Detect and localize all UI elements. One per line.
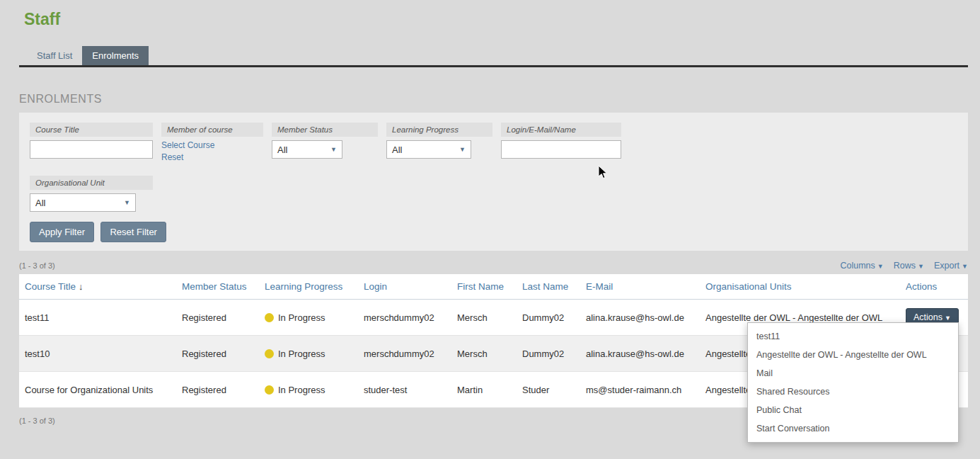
org-unit-select[interactable]: All ▼ <box>30 193 136 212</box>
member-status-label: Member Status <box>272 123 378 137</box>
filter-login: Login/E-Mail/Name <box>501 123 621 164</box>
filter-row-2: Organisational Unit All ▼ <box>30 176 957 212</box>
table-top-bar: (1 - 3 of 3) Columns▼ Rows▼ Export▼ <box>19 261 968 271</box>
cell-last-name: Studer <box>517 372 580 408</box>
course-title-label: Course Title <box>30 123 153 137</box>
cell-first-name: Mersch <box>451 300 517 336</box>
rows-menu[interactable]: Rows▼ <box>894 261 924 271</box>
filter-buttons: Apply Filter Reset Filter <box>30 222 957 242</box>
chevron-down-icon: ▼ <box>330 146 337 153</box>
apply-filter-button[interactable]: Apply Filter <box>30 222 94 242</box>
cell-first-name: Mersch <box>451 336 517 372</box>
cell-learning-progress: In Progress <box>259 300 358 336</box>
header-actions: Actions <box>900 274 968 300</box>
filter-panel: Course Title Member of course Select Cou… <box>19 113 968 251</box>
course-title-input[interactable] <box>30 140 153 159</box>
cell-email: ms@studer-raimann.ch <box>580 372 700 408</box>
learning-progress-select[interactable]: All ▼ <box>386 140 471 159</box>
chevron-down-icon: ▼ <box>962 263 968 270</box>
menu-item-course[interactable]: test11 <box>748 327 958 346</box>
filter-course-title: Course Title <box>30 123 153 164</box>
org-unit-value: All <box>35 198 45 208</box>
reset-filter-button[interactable]: Reset Filter <box>100 222 166 242</box>
learning-progress-value: All <box>392 144 402 155</box>
page-title: Staff <box>24 10 968 29</box>
header-learning-progress[interactable]: Learning Progress <box>259 274 358 300</box>
cell-course-title: test10 <box>19 336 176 372</box>
actions-dropdown-menu: test11 Angestellte der OWL - Angestellte… <box>747 322 959 443</box>
header-course-title[interactable]: Course Title↓ <box>19 274 176 300</box>
header-login[interactable]: Login <box>358 274 451 300</box>
login-input[interactable] <box>501 140 621 159</box>
select-course-link[interactable]: Select Course <box>161 140 263 150</box>
menu-item-public-chat[interactable]: Public Chat <box>748 401 958 419</box>
table-header-row: Course Title↓ Member Status Learning Pro… <box>19 274 968 300</box>
menu-item-org-unit[interactable]: Angestellte der OWL - Angestellte der OW… <box>748 346 958 364</box>
menu-item-start-conversation[interactable]: Start Conversation <box>748 419 958 438</box>
header-last-name[interactable]: Last Name <box>517 274 580 300</box>
cell-email: alina.krause@hs-owl.de <box>580 300 700 336</box>
header-member-status[interactable]: Member Status <box>176 274 259 300</box>
filter-member-status: Member Status All ▼ <box>272 123 378 164</box>
member-status-value: All <box>277 144 287 155</box>
filter-org-unit: Organisational Unit All ▼ <box>30 176 153 212</box>
menu-item-mail[interactable]: Mail <box>748 364 958 382</box>
cell-member-status: Registered <box>176 372 259 408</box>
export-menu[interactable]: Export▼ <box>934 261 968 271</box>
cell-login: studer-test <box>358 372 451 408</box>
cell-last-name: Dummy02 <box>517 300 580 336</box>
header-first-name[interactable]: First Name <box>451 274 517 300</box>
chevron-down-icon: ▼ <box>945 314 951 322</box>
in-progress-icon <box>265 349 274 358</box>
cell-first-name: Martin <box>451 372 517 408</box>
cell-member-status: Registered <box>176 300 259 336</box>
reset-course-link[interactable]: Reset <box>161 152 263 162</box>
filter-member-of-course: Member of course Select Course Reset <box>161 123 263 164</box>
columns-menu[interactable]: Columns▼ <box>841 261 884 271</box>
chevron-down-icon: ▼ <box>877 263 884 270</box>
cell-course-title: test11 <box>19 300 176 336</box>
header-email[interactable]: E-Mail <box>580 274 700 300</box>
cell-last-name: Dummy02 <box>517 336 580 372</box>
cell-learning-progress: In Progress <box>259 372 358 408</box>
chevron-down-icon: ▼ <box>124 199 130 206</box>
cell-course-title: Course for Organizational Units <box>19 372 176 408</box>
chevron-down-icon: ▼ <box>918 263 924 270</box>
filter-row-1: Course Title Member of course Select Cou… <box>30 123 957 164</box>
member-of-course-label: Member of course <box>161 123 263 137</box>
cell-learning-progress: In Progress <box>259 336 358 372</box>
learning-progress-label: Learning Progress <box>386 123 492 137</box>
table-menus: Columns▼ Rows▼ Export▼ <box>841 261 969 271</box>
in-progress-icon <box>265 313 274 322</box>
cell-login: merschdummy02 <box>358 336 451 372</box>
header-org-units[interactable]: Organisational Units <box>700 274 900 300</box>
tab-bar: Staff List Enrolments <box>19 46 968 67</box>
sort-desc-icon[interactable]: ↓ <box>79 281 83 292</box>
chevron-down-icon: ▼ <box>459 146 466 153</box>
tab-staff-list[interactable]: Staff List <box>27 46 82 65</box>
filter-learning-progress: Learning Progress All ▼ <box>386 123 492 164</box>
member-status-select[interactable]: All ▼ <box>272 140 342 159</box>
section-title: ENROLMENTS <box>19 93 968 106</box>
tab-enrolments[interactable]: Enrolments <box>82 46 149 65</box>
org-unit-label: Organisational Unit <box>30 176 153 190</box>
cell-email: alina.krause@hs-owl.de <box>580 336 700 372</box>
pagination-top: (1 - 3 of 3) <box>19 261 55 270</box>
cell-login: merschdummy02 <box>358 300 451 336</box>
menu-item-shared-resources[interactable]: Shared Resources <box>748 382 958 401</box>
cell-member-status: Registered <box>176 336 259 372</box>
in-progress-icon <box>265 385 274 395</box>
login-label: Login/E-Mail/Name <box>501 123 621 137</box>
